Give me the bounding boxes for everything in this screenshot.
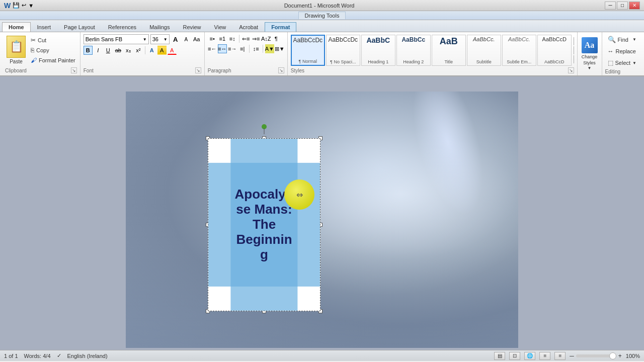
style-subtitle[interactable]: AaBbCc. Subtitle	[467, 35, 501, 66]
line-spacing-button[interactable]: ↕≡	[252, 44, 261, 53]
quick-access-undo[interactable]: ↩	[22, 2, 26, 9]
align-left-button[interactable]: ≡←	[208, 44, 217, 53]
text-effect-button[interactable]: A	[147, 46, 156, 55]
style-subtle-em[interactable]: AaBbCc. Subtle Em...	[502, 35, 536, 66]
quick-access-save[interactable]: 💾	[13, 2, 20, 9]
spell-check-icon[interactable]: ✓	[57, 352, 61, 359]
underline-button[interactable]: U	[104, 46, 113, 55]
text-box-wrapper[interactable]: Apocalypse Mans:TheBeginning	[204, 134, 325, 315]
style-heading1-label: Heading 1	[368, 59, 388, 64]
font-size-shrink-button[interactable]: A	[182, 35, 191, 44]
move-icon: ⇔	[296, 190, 303, 200]
cut-button[interactable]: ✂ Cut	[29, 36, 77, 44]
move-handle[interactable]: ⇔	[284, 179, 314, 210]
drawing-tools-label: Drawing Tools	[298, 12, 346, 19]
font-color-button[interactable]: A	[168, 46, 177, 55]
change-styles-label: ChangeStyles	[582, 54, 598, 66]
select-arrow: ▼	[632, 61, 636, 65]
replace-button[interactable]: ↔ Replace	[605, 46, 639, 56]
paste-button[interactable]: 📋 Paste	[5, 34, 27, 66]
minimize-button[interactable]: ─	[605, 2, 616, 10]
align-right-button[interactable]: ≡→	[228, 44, 237, 53]
format-painter-icon: 🖌	[31, 57, 37, 64]
bold-button[interactable]: B	[84, 46, 93, 55]
font-name-dropdown[interactable]: Berlin Sans FB ▼	[84, 34, 149, 44]
tab-acrobat[interactable]: Acrobat	[232, 22, 265, 32]
change-styles-button[interactable]: Aa ChangeStyles ▼	[578, 32, 602, 75]
style-no-spacing[interactable]: AaBbCcDc ¶ No Spaci...	[326, 35, 360, 66]
paragraph-expand-icon[interactable]: ↘	[278, 67, 284, 73]
styles-expand-icon[interactable]: ↘	[568, 67, 574, 73]
maximize-button[interactable]: □	[617, 2, 628, 10]
justify-button[interactable]: ≡|	[238, 44, 247, 53]
superscript-button[interactable]: x²	[134, 46, 143, 55]
bullets-button[interactable]: ≡•	[208, 34, 217, 43]
shading-button[interactable]: A▼	[265, 44, 274, 53]
tab-format[interactable]: Format	[265, 22, 296, 32]
cut-icon: ✂	[31, 37, 36, 44]
borders-button[interactable]: ⊞▼	[275, 44, 284, 53]
style-normal[interactable]: AaBbCcDc ¶ Normal	[291, 35, 325, 66]
zoom-slider[interactable]: ─ +	[570, 352, 622, 359]
style-title[interactable]: AaB Title	[432, 35, 466, 66]
font-size-dropdown[interactable]: 36 ▼	[150, 34, 170, 44]
text-box[interactable]: Apocalypse Mans:TheBeginning	[208, 138, 320, 311]
select-button[interactable]: ⬚ Select ▼	[605, 58, 639, 68]
tab-page-layout[interactable]: Page Layout	[57, 22, 102, 32]
clear-format-button[interactable]: Aa	[192, 35, 201, 44]
style-heading1[interactable]: AaBbC Heading 1	[361, 35, 395, 66]
sort-button[interactable]: A↕Z	[262, 34, 271, 43]
view-print-button[interactable]: ▤	[494, 352, 505, 360]
editing-section-label: Editing	[605, 69, 621, 74]
increase-indent-button[interactable]: ⇒≡	[252, 34, 261, 43]
strikethrough-button[interactable]: ab	[114, 46, 123, 55]
text-highlight-button[interactable]: A	[157, 46, 167, 55]
view-outline-button[interactable]: ≡	[539, 352, 550, 360]
style-no-spacing-label: ¶ No Spaci...	[330, 59, 356, 64]
style-aabbccd[interactable]: AaBbCcD AaBbCcD	[537, 35, 572, 66]
font-expand-icon[interactable]: ↘	[195, 67, 201, 73]
tab-mailings[interactable]: Mailings	[143, 22, 176, 32]
quick-access-more[interactable]: ▼	[28, 3, 34, 9]
view-fullscreen-button[interactable]: ⊡	[509, 352, 520, 360]
find-button[interactable]: 🔍 Find ▼	[605, 34, 639, 45]
decrease-indent-button[interactable]: ⇐≡	[242, 34, 251, 43]
tab-home[interactable]: Home	[2, 22, 31, 32]
align-center-button[interactable]: ≡↔	[218, 44, 227, 53]
tab-review[interactable]: Review	[176, 22, 207, 32]
font-size-grow-button[interactable]: A	[171, 35, 180, 44]
style-heading2[interactable]: AaBbCc Heading 2	[396, 35, 431, 66]
style-normal-preview: AaBbCcDc	[293, 37, 323, 44]
title-bar: W 💾 ↩ ▼ Document1 - Microsoft Word ─ □ ✕	[0, 0, 644, 11]
zoom-plus[interactable]: +	[618, 352, 622, 359]
ribbon-tabs: Home Insert Page Layout References Maili…	[0, 20, 644, 32]
numbering-button[interactable]: ≡1	[218, 34, 227, 43]
clipboard-expand-icon[interactable]: ↘	[71, 67, 77, 73]
italic-button[interactable]: I	[94, 46, 103, 55]
show-marks-button[interactable]: ¶	[272, 34, 281, 43]
styles-scroll-up[interactable]: ▲	[574, 37, 574, 45]
view-web-button[interactable]: 🌐	[524, 352, 535, 360]
copy-button[interactable]: ⎘ Copy	[29, 46, 77, 54]
tab-insert[interactable]: Insert	[31, 22, 58, 32]
change-styles-arrow: ▼	[588, 66, 592, 70]
format-painter-button[interactable]: 🖌 Format Painter	[29, 56, 77, 64]
tab-view[interactable]: View	[208, 22, 233, 32]
styles-scroll-down[interactable]: ▼	[574, 46, 574, 54]
copy-icon: ⎘	[31, 47, 34, 54]
zoom-level[interactable]: 100%	[626, 353, 640, 359]
multilevel-button[interactable]: ≡↕	[228, 34, 237, 43]
subscript-button[interactable]: x₂	[124, 46, 133, 55]
styles-expand[interactable]: ⊞	[574, 55, 574, 63]
font-section-label: Font	[84, 68, 94, 73]
status-right: ▤ ⊡ 🌐 ≡ ≡ ─ + 100%	[494, 352, 640, 360]
text-overlay: Apocalypse Mans:TheBeginning	[208, 139, 320, 311]
tab-references[interactable]: References	[102, 22, 143, 32]
language-indicator[interactable]: English (Ireland)	[67, 353, 108, 359]
view-draft-button[interactable]: ≡	[554, 352, 566, 360]
style-heading1-preview: AaBbC	[366, 36, 390, 44]
find-icon: 🔍	[608, 36, 616, 43]
zoom-minus[interactable]: ─	[570, 352, 574, 359]
window-controls: ─ □ ✕	[605, 2, 640, 10]
close-button[interactable]: ✕	[629, 2, 640, 10]
